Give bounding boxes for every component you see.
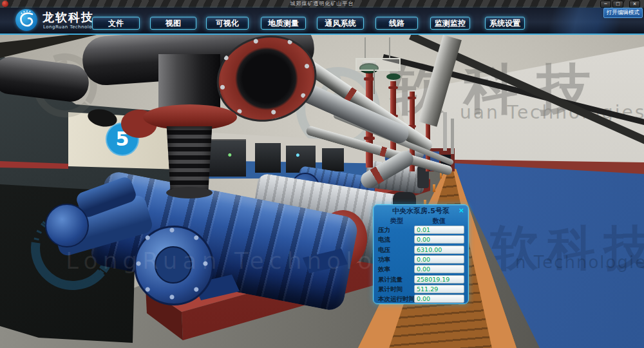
param-value: 0.00 (415, 236, 464, 243)
maximize-button[interactable]: □ (612, 1, 623, 8)
far-pipe (443, 112, 447, 151)
pump-info-panel: 中央水泵房.5号泵 × 类型 数值 压力 0.01 电流 0.00 电压 631… (373, 204, 469, 304)
param-value-field: 0.00 (414, 265, 464, 273)
panel-row: 压力 0.01 (374, 225, 468, 235)
brand-name: 龙软科技 (43, 10, 94, 25)
param-label: 累计流量 (378, 276, 402, 284)
far-pipe (451, 119, 454, 154)
param-label: 功率 (378, 256, 390, 264)
bellows-bottom-flange (166, 187, 213, 198)
open-edit-mode-toggle[interactable]: 打开编辑模式 (603, 8, 643, 18)
valve-handwheel (386, 73, 401, 80)
menu-visualization[interactable]: 可视化 (206, 17, 249, 30)
menu-system-settings[interactable]: 系统设置 (485, 17, 525, 30)
column-header-type: 类型 (390, 217, 403, 226)
panel-title: 中央水泵房.5号泵 (374, 206, 468, 216)
light-wire (365, 37, 366, 59)
param-value: 0.00 (415, 266, 464, 273)
control-cabinet (255, 143, 281, 173)
param-label: 累计时间 (378, 285, 402, 294)
light-wire (389, 37, 390, 58)
menu-monitoring[interactable]: 监测监控 (430, 17, 470, 30)
param-value-field: 0.00 (414, 255, 464, 264)
panel-row: 本次运行时间 0.00 (374, 294, 468, 304)
pipe-flange (408, 97, 416, 99)
guard-post (433, 184, 435, 192)
param-value-field: 6310.00 (414, 246, 464, 254)
column-header-value: 数值 (433, 217, 446, 226)
pipe-flange (388, 86, 398, 89)
light-wire (374, 70, 375, 94)
3d-viewport[interactable]: 软科技 uan Technologies 软科技 n Technologies … (0, 35, 644, 348)
panel-row: 累计流量 258019.19 (374, 275, 468, 284)
param-value: 258019.19 (415, 276, 464, 283)
panel-row: 效率 0.00 (374, 264, 468, 274)
panel-row: 电流 0.00 (374, 235, 468, 244)
brand-logo-icon (15, 9, 37, 31)
close-button[interactable]: × (629, 1, 640, 8)
param-label: 电压 (378, 246, 390, 255)
panel-row: 电压 6310.00 (374, 245, 468, 255)
app-header: 龙软科技 LongRuan Technologies 文件 视图 可视化 地质测… (0, 8, 644, 35)
param-value-field: 511.29 (414, 285, 464, 293)
menu-file[interactable]: 文件 (92, 17, 140, 30)
param-value: 6310.00 (415, 246, 464, 253)
param-value-field: 0.01 (414, 226, 464, 234)
menu-view[interactable]: 视图 (150, 17, 196, 30)
param-value-field: 0.00 (414, 295, 464, 303)
param-label: 效率 (378, 266, 390, 274)
param-label: 本次运行时间 (378, 295, 415, 304)
window-title: 城郊煤矿透明化矿山平台 (0, 0, 644, 8)
menu-geology-survey[interactable]: 地质测量 (261, 17, 306, 30)
param-value: 0.00 (415, 256, 464, 263)
param-label: 电流 (378, 236, 390, 244)
expansion-bellows (162, 126, 216, 191)
panel-row: 累计时间 511.29 (374, 284, 468, 294)
param-value: 0.00 (415, 295, 464, 302)
panel-title-bar[interactable]: 中央水泵房.5号泵 × (374, 205, 468, 216)
minimize-button[interactable]: − (600, 1, 611, 8)
menu-lines[interactable]: 线路 (375, 17, 418, 30)
param-label: 压力 (378, 226, 390, 235)
param-value-field: 0.00 (414, 235, 464, 244)
panel-row: 功率 0.00 (374, 255, 468, 264)
panel-close-icon[interactable]: × (459, 206, 464, 215)
menu-ventilation[interactable]: 通风系统 (317, 17, 364, 30)
hanging-light-fixture (355, 58, 401, 71)
pipe-flange (364, 137, 375, 140)
pump1-hub (155, 246, 192, 284)
control-cabinet (322, 148, 344, 171)
param-value-field: 258019.19 (414, 275, 464, 284)
param-value: 511.29 (415, 285, 464, 293)
pump1-inlet-cap (45, 204, 89, 247)
app-window: { "window": {"title": "城郊煤矿透明化矿山平台", "mi… (0, 0, 644, 348)
param-value: 0.01 (415, 226, 464, 233)
